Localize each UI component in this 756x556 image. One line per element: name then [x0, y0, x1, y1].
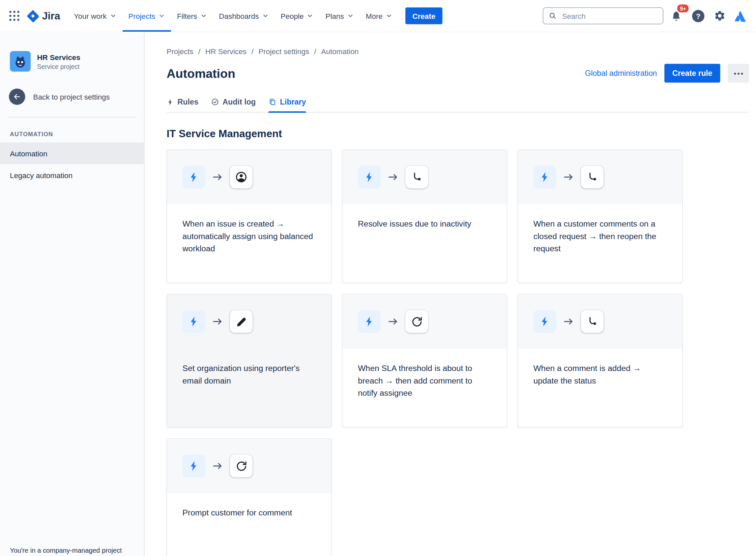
card-title: Set organization using reporter's email …	[183, 362, 317, 386]
breadcrumb-separator: /	[252, 47, 254, 56]
page-header-actions: Global administration Create rule	[585, 64, 749, 83]
lightning-icon	[167, 98, 174, 106]
create-button[interactable]: Create	[405, 8, 442, 25]
card-icon-strip	[343, 294, 507, 349]
arrow-right-icon	[387, 173, 399, 181]
jira-logo-text: Jira	[42, 10, 60, 22]
chevron-down-icon	[200, 12, 207, 20]
app-root: Jira Your work Projects Filters Dashboar…	[0, 0, 756, 556]
breadcrumb-projects[interactable]: Projects	[167, 47, 193, 56]
search-box[interactable]	[543, 8, 664, 25]
card-icon-strip	[167, 439, 331, 493]
refresh-icon	[405, 310, 428, 333]
top-navigation: Jira Your work Projects Filters Dashboar…	[0, 0, 756, 32]
trigger-lightning-icon	[183, 455, 205, 478]
breadcrumb-separator: /	[314, 47, 316, 56]
trigger-lightning-icon	[358, 166, 381, 188]
audit-check-icon	[211, 98, 219, 106]
chevron-down-icon	[262, 12, 269, 20]
project-name: HR Services	[37, 53, 80, 61]
main-content: Projects / HR Services / Project setting…	[145, 32, 756, 556]
search-icon	[549, 11, 557, 21]
sidebar-item-legacy-automation[interactable]: Legacy automation	[0, 164, 144, 186]
create-rule-button[interactable]: Create rule	[665, 64, 720, 83]
trigger-lightning-icon	[183, 166, 205, 188]
breadcrumb-hr-services[interactable]: HR Services	[205, 47, 247, 56]
card-title: When an issue is created → automatically…	[183, 218, 317, 254]
nav-item-projects[interactable]: Projects	[123, 0, 171, 32]
notifications-button[interactable]: 9+	[667, 7, 685, 25]
settings-button[interactable]	[711, 7, 729, 25]
arrow-right-icon	[212, 318, 223, 325]
card-title: When a comment is added → update the sta…	[534, 362, 668, 386]
template-card-balanced-workload[interactable]: When an issue is created → automatically…	[167, 149, 332, 283]
app-grid-icon	[9, 11, 20, 21]
app-shell: HR Services Service project Back to proj…	[0, 32, 756, 556]
branch-icon	[581, 166, 604, 188]
nav-item-people[interactable]: People	[274, 0, 319, 32]
more-options-button[interactable]	[728, 64, 749, 83]
trigger-lightning-icon	[358, 310, 381, 333]
more-icon	[733, 70, 744, 77]
sidebar-divider	[8, 117, 136, 118]
card-icon-strip	[343, 150, 507, 204]
template-card-prompt-customer[interactable]: Prompt customer for comment	[167, 438, 332, 556]
chevron-down-icon	[386, 12, 392, 20]
branch-icon	[405, 166, 428, 188]
tab-audit-log[interactable]: Audit log	[211, 98, 256, 112]
card-title: When SLA threshold is about to breach → …	[358, 362, 492, 399]
help-button[interactable]: ?	[689, 7, 707, 25]
breadcrumb-project-settings[interactable]: Project settings	[258, 47, 309, 56]
search-input[interactable]	[561, 11, 658, 21]
breadcrumb: Projects / HR Services / Project setting…	[167, 47, 749, 56]
atlassian-logo-icon	[734, 10, 746, 22]
sidebar-item-automation[interactable]: Automation	[0, 142, 144, 164]
template-card-sla-threshold[interactable]: When SLA threshold is about to breach → …	[342, 294, 507, 427]
chevron-down-icon	[158, 12, 165, 20]
nav-item-dashboards[interactable]: Dashboards	[213, 0, 274, 32]
sidebar: HR Services Service project Back to proj…	[0, 32, 145, 556]
gear-icon	[714, 10, 726, 22]
template-card-comment-added[interactable]: When a comment is added → update the sta…	[518, 294, 683, 427]
nav-item-plans[interactable]: Plans	[320, 0, 360, 32]
jira-logo[interactable]: Jira	[27, 9, 60, 22]
card-title: Prompt customer for comment	[183, 507, 317, 519]
tab-rules[interactable]: Rules	[167, 98, 198, 112]
arrow-right-icon	[387, 318, 399, 325]
library-icon	[269, 98, 276, 106]
project-title-block: HR Services Service project	[37, 53, 80, 70]
breadcrumb-separator: /	[198, 47, 200, 56]
template-card-reopen-request[interactable]: When a customer comments on a closed req…	[518, 149, 683, 283]
tab-library[interactable]: Library	[269, 98, 306, 112]
nav-item-your-work[interactable]: Your work	[68, 0, 122, 32]
global-administration-link[interactable]: Global administration	[585, 69, 657, 78]
chevron-down-icon	[307, 12, 314, 20]
project-avatar	[10, 51, 31, 72]
assignee-icon	[230, 166, 253, 188]
page-title: Automation	[167, 66, 235, 80]
section-title: IT Service Management	[167, 128, 749, 139]
arrow-right-icon	[563, 318, 574, 325]
breadcrumb-automation[interactable]: Automation	[321, 47, 358, 56]
back-to-project-settings-button[interactable]: Back to project settings	[9, 89, 110, 105]
arrow-right-icon	[212, 173, 223, 181]
trigger-lightning-icon	[183, 310, 205, 333]
project-management-note: You're in a company-managed project	[10, 547, 122, 554]
nav-item-filters[interactable]: Filters	[171, 0, 213, 32]
back-arrow-icon	[9, 89, 25, 105]
trigger-lightning-icon	[534, 310, 556, 333]
template-card-set-organization[interactable]: Set organization using reporter's email …	[167, 294, 332, 427]
project-header: HR Services Service project	[10, 51, 136, 72]
app-switcher-button[interactable]	[6, 8, 23, 25]
nav-item-more[interactable]: More	[360, 0, 399, 32]
notification-badge: 9+	[677, 4, 690, 13]
project-type: Service project	[37, 63, 80, 70]
page-header: Automation Global administration Create …	[167, 64, 749, 83]
refresh-icon	[230, 455, 253, 478]
arrow-right-icon	[212, 462, 223, 470]
card-title: Resolve issues due to inactivity	[358, 218, 492, 230]
sidebar-nav: Automation Legacy automation	[0, 142, 144, 186]
jira-logo-icon	[27, 9, 39, 22]
arrow-right-icon	[563, 173, 574, 181]
template-card-resolve-inactivity[interactable]: Resolve issues due to inactivity	[342, 149, 507, 283]
